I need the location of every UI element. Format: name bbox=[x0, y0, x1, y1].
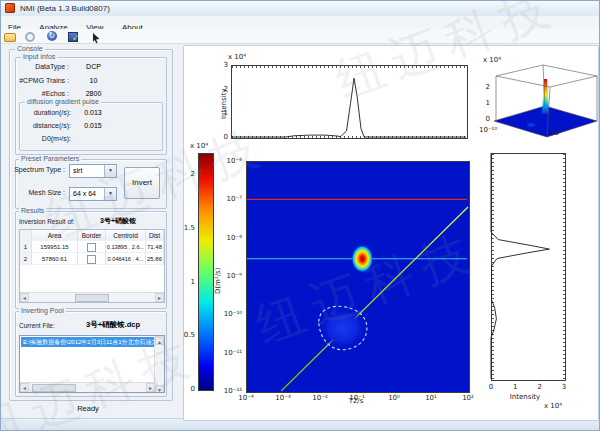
table-row[interactable]: 1 159951.15 0.13895 , 2.6... 71.48 bbox=[20, 241, 164, 253]
col-border[interactable]: Border bbox=[78, 230, 106, 241]
mesh-size-label: Mesh Size : bbox=[9, 189, 65, 196]
chevron-down-icon[interactable]: ▼ bbox=[104, 188, 116, 200]
scroll-thumb[interactable] bbox=[32, 384, 76, 392]
import-data-icon[interactable]: ↙ bbox=[68, 32, 78, 42]
d0-label: D0(m²/s): bbox=[13, 135, 71, 142]
datatype-value: DCP bbox=[71, 63, 116, 70]
results-caption: Results bbox=[19, 207, 46, 214]
status-ready: Ready bbox=[58, 404, 118, 413]
chevron-down-icon[interactable]: ▼ bbox=[104, 165, 116, 177]
console-caption: Console bbox=[15, 45, 45, 52]
col-centroid[interactable]: Centroid bbox=[106, 230, 146, 241]
duration-value: 0.013 bbox=[73, 109, 113, 116]
scroll-up-icon[interactable]: ▲ bbox=[155, 337, 164, 345]
echos-value: 2800 bbox=[71, 90, 116, 97]
cpmg-trains-value: 10 bbox=[71, 77, 116, 84]
results-table[interactable]: Area Border Centroid Dist 1 159951.15 0.… bbox=[19, 229, 165, 303]
d-projection-xlabel: Intensity bbox=[510, 393, 540, 401]
colorbar bbox=[198, 153, 214, 391]
list-hscrollbar[interactable]: ◄ ► bbox=[20, 382, 155, 392]
col-dist[interactable]: Dist bbox=[146, 230, 164, 241]
d-t2-map-plot[interactable] bbox=[246, 161, 470, 393]
list-vscrollbar[interactable]: ▲ ▼ bbox=[154, 336, 164, 393]
col-area[interactable]: Area bbox=[32, 230, 78, 241]
scroll-left-icon[interactable]: ◄ bbox=[20, 293, 29, 302]
invert-button[interactable]: Invert bbox=[124, 167, 160, 199]
surface-scale: x 10⁴ bbox=[483, 56, 501, 64]
current-file-label: Current File: bbox=[19, 322, 55, 329]
scroll-left-icon[interactable]: ◄ bbox=[20, 383, 29, 392]
table-row[interactable]: 2 57860.61 0.046416 , 4... 25.86 bbox=[20, 253, 164, 265]
pointer-icon[interactable] bbox=[90, 30, 102, 42]
map-xlabel: T2/s bbox=[349, 397, 364, 405]
d-projection-scale: x 10⁴ bbox=[544, 402, 562, 410]
open-file-icon[interactable] bbox=[4, 33, 16, 42]
mesh-size-select[interactable]: 64 x 64 ▼ bbox=[69, 187, 117, 201]
title-bar: NMI (Beta 1.3 Build0807) bbox=[1, 1, 600, 17]
spectrum-type-select[interactable]: sirt ▼ bbox=[69, 164, 117, 178]
toolbar: ↻ ↙ bbox=[1, 29, 600, 44]
echos-label: #Echos : bbox=[11, 90, 69, 97]
map-ylabel: D(m²/s) bbox=[214, 268, 222, 294]
mesh-size-value: 64 x 64 bbox=[73, 188, 96, 200]
table-hscrollbar[interactable]: ◄ ► bbox=[20, 292, 164, 302]
table-header-row: Area Border Centroid Dist bbox=[20, 230, 164, 241]
distance-label: distance(/s): bbox=[13, 122, 71, 129]
inversion-result-label: Inversion Result of: bbox=[19, 218, 75, 225]
inversion-result-value: 3号+硝酸铵 bbox=[75, 216, 161, 226]
scroll-right-icon[interactable]: ► bbox=[155, 293, 164, 302]
current-file-value: 3号+硝酸铵.dcp bbox=[65, 320, 161, 330]
datatype-label: DataType : bbox=[11, 63, 69, 70]
d-projection-plot[interactable] bbox=[491, 153, 566, 381]
scroll-right-icon[interactable]: ► bbox=[146, 383, 155, 392]
menu-bar: File Analyze View About bbox=[1, 16, 600, 30]
rotate-3d-icon[interactable]: ↻ bbox=[47, 31, 57, 41]
t2-projection-scale: x 10⁴ bbox=[228, 53, 246, 61]
border-checkbox[interactable] bbox=[87, 243, 96, 252]
diffusion-caption: diffusion gradient pulse bbox=[25, 98, 101, 105]
scroll-thumb[interactable] bbox=[75, 294, 109, 302]
list-item[interactable]: E:\实验数据备份\2012年2月3日11点1分北京石油大学样品 bbox=[21, 337, 154, 347]
t2-projection-ylabel: Intensity bbox=[220, 89, 228, 119]
window-title: NMI (Beta 1.3 Build0807) bbox=[20, 4, 110, 13]
spectrum-type-value: sirt bbox=[73, 165, 82, 177]
app-icon bbox=[5, 3, 15, 13]
inverting-pool-caption: Inverting Pool bbox=[19, 307, 66, 314]
scroll-down-icon[interactable]: ▼ bbox=[155, 385, 164, 393]
colorbar-scale: x 10⁴ bbox=[190, 142, 208, 150]
duration-label: duration(/s): bbox=[13, 109, 71, 116]
inverting-pool-list[interactable]: E:\实验数据备份\2012年2月3日11点1分北京石油大学样品 ▲ ▼ ◄ ► bbox=[19, 335, 165, 393]
cpmg-trains-label: #CPMG Trains : bbox=[11, 77, 69, 84]
input-infos-caption: Input infos bbox=[21, 53, 57, 60]
t2-projection-plot[interactable] bbox=[231, 65, 468, 139]
border-checkbox[interactable] bbox=[87, 255, 96, 264]
snapshot-icon[interactable] bbox=[25, 32, 35, 42]
distance-value: 0.015 bbox=[73, 122, 113, 129]
spectrum-type-label: Spectrum Type : bbox=[9, 166, 65, 173]
preset-caption: Preset Parameters bbox=[19, 155, 81, 162]
